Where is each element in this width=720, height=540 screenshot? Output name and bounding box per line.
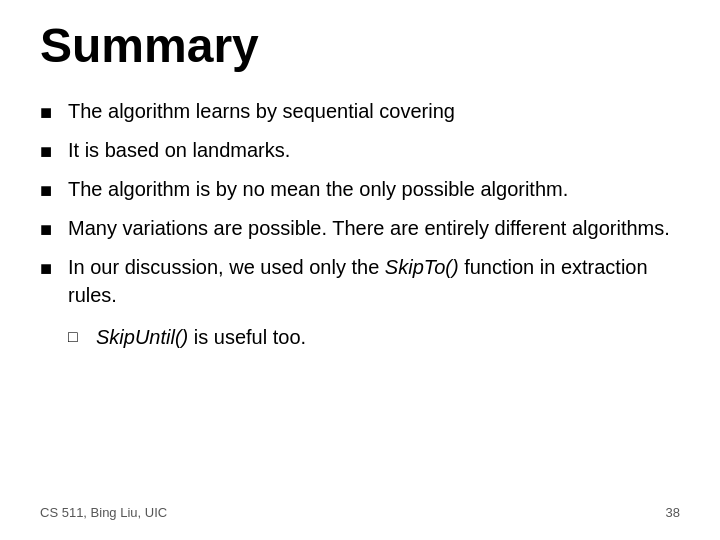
bullet-text: Many variations are possible. There are … (68, 214, 680, 242)
bullet-marker: ■ (40, 176, 68, 204)
slide: Summary ■ The algorithm learns by sequen… (0, 0, 720, 540)
bullet-marker: ■ (40, 137, 68, 165)
slide-footer: CS 511, Bing Liu, UIC 38 (40, 499, 680, 520)
bullet-marker: ■ (40, 98, 68, 126)
list-item: ■ In our discussion, we used only the Sk… (40, 253, 680, 309)
bullet-list: ■ The algorithm learns by sequential cov… (40, 97, 680, 319)
sub-bullet-text: SkipUntil() is useful too. (96, 323, 680, 351)
list-item: ■ The algorithm is by no mean the only p… (40, 175, 680, 204)
slide-title: Summary (40, 20, 680, 73)
bullet-text: It is based on landmarks. (68, 136, 680, 164)
sub-bullet-list: □ SkipUntil() is useful too. (68, 323, 680, 353)
footer-page-number: 38 (666, 505, 680, 520)
bullet-text: The algorithm learns by sequential cover… (68, 97, 680, 125)
bullet-text: The algorithm is by no mean the only pos… (68, 175, 680, 203)
footer-course: CS 511, Bing Liu, UIC (40, 505, 167, 520)
bullet-text-mixed: In our discussion, we used only the Skip… (68, 253, 680, 309)
list-item: ■ The algorithm learns by sequential cov… (40, 97, 680, 126)
list-item: ■ Many variations are possible. There ar… (40, 214, 680, 243)
bullet-marker: ■ (40, 254, 68, 282)
sub-bullet-italic: SkipUntil() (96, 326, 188, 348)
sub-bullet-normal: is useful too. (188, 326, 306, 348)
content-area: ■ The algorithm learns by sequential cov… (40, 97, 680, 499)
bullet-text-italic: SkipTo() (385, 256, 459, 278)
list-item: ■ It is based on landmarks. (40, 136, 680, 165)
sub-bullet-marker: □ (68, 326, 96, 348)
bullet-text-normal: In our discussion, we used only the (68, 256, 385, 278)
list-item: □ SkipUntil() is useful too. (68, 323, 680, 351)
bullet-marker: ■ (40, 215, 68, 243)
